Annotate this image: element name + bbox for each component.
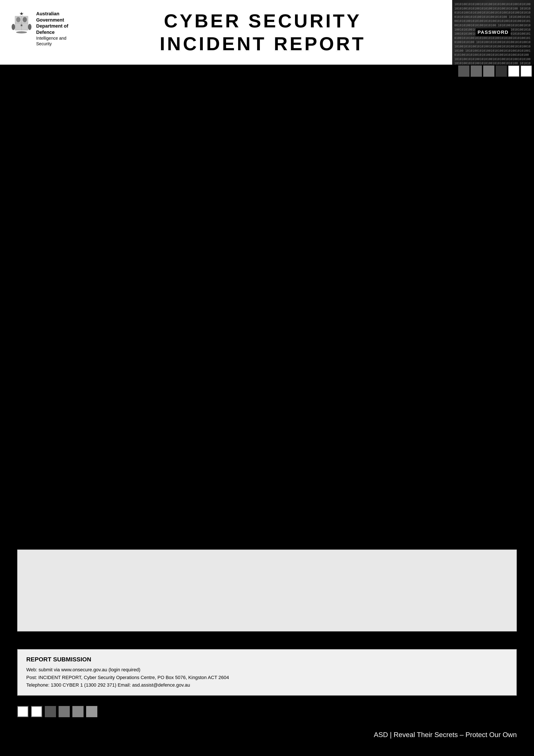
report-title: CYBER SECURITY INCIDENT REPORT	[160, 10, 366, 55]
color-square-outline2	[31, 706, 42, 717]
form-content-area	[17, 550, 517, 632]
title-line1: CYBER SECURITY	[164, 10, 361, 32]
svg-point-7	[12, 24, 15, 30]
color-square-filled4	[86, 706, 97, 717]
submission-details: Web: submit via www.onsecure.gov.au (log…	[26, 666, 508, 689]
color-square-dark2	[471, 66, 482, 77]
gov-line3: Intelligence and Security	[36, 35, 69, 46]
color-square-dark3	[483, 66, 495, 77]
password-label: PASSWORD	[475, 28, 511, 36]
color-squares-top	[452, 65, 534, 78]
color-squares-bottom	[17, 706, 99, 717]
color-square-filled3	[72, 706, 84, 717]
color-square-white1	[508, 66, 519, 77]
color-square-filled1	[45, 706, 56, 717]
svg-marker-6	[20, 12, 23, 15]
title-section: CYBER SECURITY INCIDENT REPORT	[73, 0, 452, 65]
color-square-filled2	[59, 706, 70, 717]
government-label: Australian Government Department of Defe…	[36, 11, 69, 46]
svg-point-8	[28, 24, 32, 30]
svg-point-4	[23, 17, 27, 22]
color-square-white2	[521, 66, 532, 77]
binary-image: 1010100101010010101001010100101010010101…	[452, 0, 534, 65]
tagline-text: ASD | Reveal Their Secrets – Protect Our…	[374, 731, 517, 739]
title-line2: INCIDENT REPORT	[160, 33, 366, 54]
logo-area: Australian Government Department of Defe…	[0, 0, 73, 65]
coat-of-arms-icon	[11, 11, 32, 35]
color-square-dark1	[458, 66, 470, 77]
submission-line3: Telephone: 1300 CYBER 1 (1300 292 371) E…	[26, 681, 508, 689]
svg-point-9	[16, 31, 27, 33]
footer-tagline: ASD | Reveal Their Secrets – Protect Our…	[374, 731, 517, 739]
report-submission-box: REPORT SUBMISSION Web: submit via www.on…	[17, 649, 517, 696]
submission-line2: Post: INCIDENT REPORT, Cyber Security Op…	[26, 674, 508, 681]
svg-point-3	[16, 17, 20, 22]
submission-line1: Web: submit via www.onsecure.gov.au (log…	[26, 666, 508, 673]
color-square-outline1	[17, 706, 28, 717]
gov-line2: Department of Defence	[36, 23, 69, 35]
submission-title: REPORT SUBMISSION	[26, 656, 508, 663]
gov-line1: Australian Government	[36, 11, 69, 23]
color-square-dark4	[496, 66, 507, 77]
